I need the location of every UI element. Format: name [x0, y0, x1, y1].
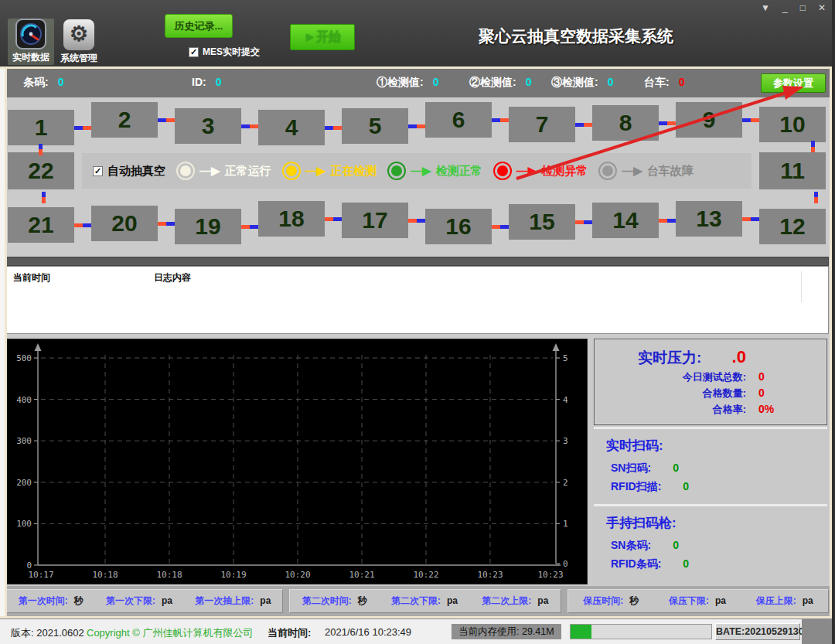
cart-label: 台车: — [644, 76, 670, 90]
window-border-left — [5, 66, 7, 618]
v-gridlines — [105, 355, 490, 564]
param-value: 秒 — [629, 595, 639, 606]
station-box[interactable]: 7 — [509, 107, 575, 142]
y-left-tick: 400 — [16, 395, 32, 405]
param-group-hold: 保压时间:秒 保压下限:pa 保压上限:pa — [567, 589, 829, 613]
start-button[interactable]: ►开始 — [290, 24, 355, 50]
param-label: 保压下限: — [669, 595, 709, 606]
sn-barcode-value: 0 — [673, 539, 679, 551]
check2-value: 0 — [526, 76, 532, 90]
sn-scan-row: SN扫码: 0 — [594, 459, 827, 478]
axis-ticks — [34, 358, 560, 565]
window-border-bottom — [0, 616, 835, 618]
realtime-scan-section: 实时扫码: SN扫码: 0 RFID扫描: 0 — [594, 427, 827, 504]
y-right-tick: 5 — [563, 353, 568, 363]
station-box[interactable]: 2 — [91, 102, 158, 138]
station-box[interactable]: 20 — [91, 206, 158, 241]
params-bar: 第一次时间:秒 第一次下限:pa 第一次抽上限:pa 第二次时间:秒 第二次下限… — [0, 586, 835, 616]
bate-button[interactable]: BATE:202105291307 — [715, 623, 800, 640]
legend-arrow: —▶ — [411, 164, 431, 178]
handheld-scanner-section: 手持扫码枪: SN条码: 0 RFID条码: 0 — [594, 504, 827, 584]
menu-icon[interactable]: ▼ — [761, 2, 770, 13]
rfid-scan-label: RFID扫描: — [611, 480, 661, 494]
rfid-scan-row: RFID扫描: 0 — [594, 478, 827, 496]
x-tick: 10:23 — [537, 570, 563, 580]
axis-arrow-right — [553, 343, 560, 351]
legend-label: 检测正常 — [436, 164, 482, 179]
station-box[interactable]: 14 — [592, 203, 659, 238]
pressure-stats-box: 实时压力: .0 今日测试总数: 0 合格数量: 0 合格率: 0% — [594, 339, 827, 425]
station-box[interactable]: 6 — [425, 102, 492, 138]
tab-system-management[interactable]: ⚙ 系统管理 — [56, 19, 102, 65]
stat-label: 今日测试总数: — [683, 370, 746, 384]
station-box[interactable]: 17 — [342, 203, 408, 238]
settings-button[interactable]: 参数设置 — [761, 73, 826, 93]
station-box-22[interactable]: 22 — [8, 152, 74, 189]
station-box[interactable]: 16 — [425, 209, 492, 244]
tab-label: 实时数据 — [12, 51, 49, 64]
station-box[interactable]: 1 — [8, 110, 74, 145]
gear-icon: ⚙ — [63, 19, 94, 50]
station-box[interactable]: 19 — [175, 209, 241, 244]
auto-vacuum-checkbox[interactable]: ✓ 自动抽真空 — [93, 164, 165, 179]
maximize-icon[interactable]: □ — [800, 2, 806, 13]
log-panel-header-bar — [6, 257, 829, 266]
check3-field: ③检测值: 0 — [551, 76, 613, 90]
version-text: 版本: 2021.0602 — [11, 626, 84, 640]
param-value: 秒 — [358, 595, 367, 606]
cart-field: 台车: 0 — [644, 76, 684, 90]
barcode-label: 条码: — [23, 76, 49, 90]
station-row-bottom: 21201918171615141312 — [8, 201, 826, 244]
app-window: ▼ _ □ ✕ 实时数据 ⚙ 系统管理 历史记录... ✓ — [0, 0, 835, 644]
param-value: 秒 — [74, 595, 84, 606]
log-list[interactable]: 当前时间 日志内容 — [6, 266, 829, 334]
param-value: pa — [162, 595, 172, 606]
y-left-tick: 500 — [16, 353, 32, 363]
legend-cart-fault: —▶ 台车故障 — [598, 162, 694, 180]
tab-realtime-data[interactable]: 实时数据 — [8, 19, 54, 65]
station-box[interactable]: 10 — [759, 107, 826, 142]
stat-value: 0% — [758, 403, 779, 415]
pressure-label: 实时压力: — [638, 349, 701, 366]
sn-scan-value: 0 — [673, 462, 679, 474]
h-gridlines — [41, 358, 553, 523]
x-tick: 10:20 — [285, 570, 310, 580]
check1-field: ①检测值: 0 — [377, 76, 438, 90]
close-icon[interactable]: ✕ — [818, 2, 826, 13]
station-box[interactable]: 9 — [676, 102, 742, 138]
check1-value: 0 — [433, 76, 439, 90]
y-right-tick: 0 — [563, 559, 568, 569]
rfid-scan-value: 0 — [683, 480, 689, 492]
window-controls: ▼ _ □ ✕ — [761, 2, 826, 13]
copyright-text: Copyright © 广州佳帆计算机有限公司 — [87, 626, 253, 640]
x-tick: 10:23 — [477, 570, 503, 580]
minimize-icon[interactable]: _ — [782, 2, 788, 13]
param-value: pa — [537, 595, 548, 606]
station-box[interactable]: 8 — [592, 105, 659, 141]
station-box[interactable]: 18 — [258, 201, 325, 237]
station-box[interactable]: 21 — [8, 207, 74, 243]
progress-bar — [570, 624, 712, 639]
realtime-panel: 实时压力: .0 今日测试总数: 0 合格数量: 0 合格率: 0% 实时扫码:… — [592, 339, 829, 584]
station-box[interactable]: 12 — [759, 209, 826, 244]
resize-corner — [802, 619, 835, 644]
station-box[interactable]: 3 — [175, 108, 241, 144]
mes-submit-checkbox[interactable]: ✓ MES实时提交 — [189, 46, 260, 59]
station-box[interactable]: 13 — [676, 201, 742, 237]
station-box-11[interactable]: 11 — [759, 152, 826, 189]
status-legend: ✓ 自动抽真空 —▶ 正常运行 —▶ 正在检测 —▶ 检测正常 — [82, 153, 752, 189]
id-value: 0 — [216, 76, 222, 88]
log-column-content: 日志内容 — [154, 271, 191, 285]
stat-label: 合格率: — [713, 403, 746, 417]
station-box[interactable]: 4 — [258, 110, 325, 145]
station-box[interactable]: 5 — [342, 108, 408, 144]
legend-arrow: —▶ — [305, 164, 326, 178]
status-circle-gray-icon — [598, 162, 617, 180]
rfid-barcode-value: 0 — [683, 557, 689, 570]
station-row-middle: 22 ✓ 自动抽真空 —▶ 正常运行 —▶ 正在检测 — [8, 152, 826, 190]
legend-label: 台车故障 — [647, 164, 694, 179]
history-button[interactable]: 历史记录... — [165, 14, 233, 38]
station-box[interactable]: 15 — [509, 204, 575, 240]
legend-arrow: —▶ — [516, 164, 537, 178]
title-toolbar: ▼ _ □ ✕ 实时数据 ⚙ 系统管理 历史记录... ✓ — [0, 0, 835, 66]
